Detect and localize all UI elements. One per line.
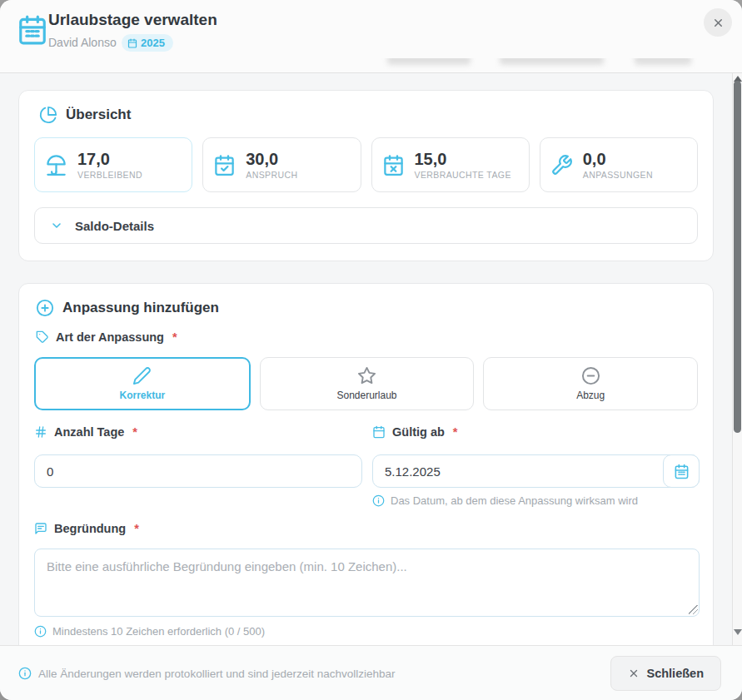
footer-note-text: Alle Änderungen werden protokolliert und…: [38, 668, 396, 680]
ghost-text: [387, 58, 471, 65]
required-marker: *: [172, 330, 177, 344]
modal-title: Urlaubstage verwalten: [48, 11, 217, 29]
stat-value: 0,0: [583, 150, 653, 168]
star-icon: [357, 366, 376, 385]
adjustment-title: Anpassung hinzufügen: [62, 300, 219, 316]
reason-textarea[interactable]: [34, 549, 700, 617]
adjustment-header: Anpassung hinzufügen: [36, 299, 219, 317]
stat-label: VERBLEIBEND: [77, 170, 142, 180]
valid-from-hint-text: Das Datum, ab dem diese Anpassung wirksa…: [391, 494, 638, 507]
adjustment-type-options: Korrektur Sonderurlaub Abzug: [34, 357, 698, 410]
manage-vacation-modal: Urlaubstage verwalten David Alonso 2025: [0, 0, 742, 700]
stat-label: ANPASSUNGEN: [583, 170, 653, 180]
comment-icon: [34, 522, 47, 535]
open-datepicker-button[interactable]: [663, 454, 700, 488]
type-option-label: Korrektur: [119, 390, 165, 401]
beach-umbrella-icon: [45, 154, 67, 176]
stats-row: 17,0 VERBLEIBEND 30,0 ANSPRUCH: [34, 137, 698, 192]
chevron-down-icon: [50, 219, 63, 232]
close-button[interactable]: Schließen: [610, 656, 722, 691]
type-option-korrektur[interactable]: Korrektur: [34, 357, 251, 410]
reason-label: Begründung *: [34, 522, 139, 535]
calendar-x-icon: [382, 154, 405, 176]
year-badge: 2025: [122, 34, 173, 52]
clipped-scrolled-content: [0, 58, 742, 73]
stat-value: 17,0: [77, 150, 142, 168]
required-marker: *: [132, 425, 137, 439]
calendar-check-icon: [213, 154, 236, 176]
required-marker: *: [453, 425, 458, 439]
stat-entitlement: 30,0 ANSPRUCH: [202, 137, 361, 192]
minus-circle-icon: [581, 366, 600, 385]
vertical-scrollbar[interactable]: [732, 73, 742, 645]
wrench-icon: [550, 154, 573, 176]
info-icon: [372, 494, 385, 507]
days-label-text: Anzahl Tage: [54, 425, 124, 439]
overview-header: Übersicht: [39, 106, 131, 124]
stat-remaining: 17,0 VERBLEIBEND: [34, 137, 192, 192]
calendar-icon: [17, 14, 48, 46]
adjustment-type-label-text: Art der Anpassung: [56, 330, 164, 344]
type-option-sonderurlaub[interactable]: Sonderurlaub: [260, 357, 475, 410]
employee-name: David Alonso: [48, 36, 117, 49]
footer-note: Alle Änderungen werden protokolliert und…: [18, 667, 396, 680]
type-option-label: Abzug: [576, 390, 605, 401]
modal-footer: Alle Änderungen werden protokolliert und…: [0, 645, 742, 700]
reason-hint-text: Mindestens 10 Zeichen erforderlich (0 / …: [52, 625, 265, 638]
screen: Urlaubstage verwalten David Alonso 2025: [0, 0, 742, 700]
overview-card: Übersicht 17,0 VERBLEIBEND: [18, 90, 714, 261]
modal-header: Urlaubstage verwalten David Alonso 2025: [0, 0, 742, 58]
reason-label-text: Begründung: [54, 522, 126, 535]
type-option-label: Sonderurlaub: [336, 390, 396, 401]
stat-value: 30,0: [246, 150, 297, 168]
close-icon: [628, 668, 640, 679]
close-modal-button[interactable]: [704, 8, 732, 37]
close-icon: [712, 17, 725, 29]
overview-title: Übersicht: [66, 107, 131, 123]
saldo-details-toggle[interactable]: Saldo-Details: [34, 207, 698, 244]
hash-icon: [34, 425, 47, 439]
close-button-label: Schließen: [647, 667, 705, 680]
stat-value: 15,0: [415, 150, 511, 168]
info-icon: [18, 667, 32, 680]
tag-icon: [36, 330, 49, 344]
pencil-icon: [132, 366, 152, 385]
days-label: Anzahl Tage *: [34, 425, 137, 439]
calendar-icon: [127, 38, 137, 48]
valid-from-hint: Das Datum, ab dem diese Anpassung wirksa…: [372, 494, 638, 507]
adjustment-type-label: Art der Anpassung *: [36, 330, 177, 344]
stat-label: ANSPRUCH: [246, 170, 297, 180]
stat-used-days: 15,0 VERBRAUCHTE TAGE: [371, 137, 530, 192]
stat-label: VERBRAUCHTE TAGE: [415, 170, 511, 180]
pie-chart-icon: [39, 106, 57, 124]
saldo-details-label: Saldo-Details: [75, 219, 154, 233]
info-icon: [34, 625, 47, 638]
days-input[interactable]: [34, 454, 362, 488]
valid-from-label: Gültig ab *: [372, 425, 458, 439]
valid-from-input[interactable]: [372, 454, 700, 488]
valid-from-label-text: Gültig ab: [392, 425, 445, 439]
modal-body: Übersicht 17,0 VERBLEIBEND: [0, 73, 742, 645]
stat-adjustments: 0,0 ANPASSUNGEN: [540, 137, 698, 192]
calendar-icon: [372, 425, 386, 439]
plus-circle-icon: [36, 299, 54, 317]
reason-hint: Mindestens 10 Zeichen erforderlich (0 / …: [34, 625, 265, 638]
ghost-text: [635, 58, 691, 65]
scrollbar-thumb[interactable]: [734, 81, 741, 433]
valid-from-field: [372, 454, 700, 488]
add-adjustment-card: Anpassung hinzufügen Art der Anpassung *…: [18, 283, 714, 645]
type-option-abzug[interactable]: Abzug: [483, 357, 698, 410]
year-badge-label: 2025: [141, 37, 165, 49]
calendar-icon: [674, 464, 690, 479]
scroll-down-arrow-icon[interactable]: [734, 629, 742, 635]
required-marker: *: [134, 522, 139, 535]
ghost-text: [500, 58, 604, 65]
